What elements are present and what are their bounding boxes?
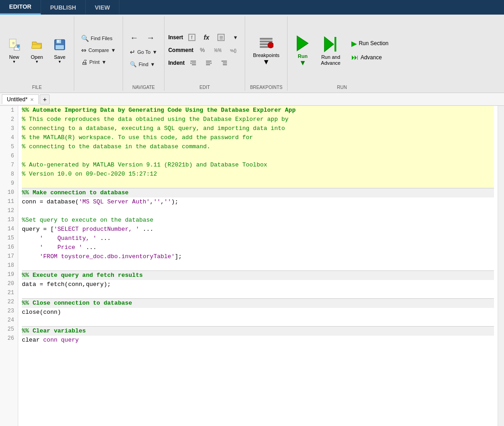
code-line-13: %Set query to execute on the database [22,216,494,225]
save-label: Save [54,54,65,60]
file-actions-content: 🔍 Find Files ⇔ Compare ▼ 🖨 Print ▼ [78,16,119,84]
comment-icon1[interactable]: % [195,45,209,56]
tab-editor[interactable]: EDITOR [0,0,41,15]
print-button[interactable]: 🖨 Print ▼ [78,57,110,68]
svg-text:%%: %% [214,48,221,53]
svg-text:%: % [200,47,205,53]
svg-text:☰: ☰ [219,35,223,40]
indent-icon3[interactable] [217,57,231,68]
run-icon [295,35,310,53]
svg-marker-38 [324,37,334,52]
run-section-label: Run Section [359,40,388,47]
editor-body[interactable]: 1 2 3 4 5 6 7 8 9 10 11 12 13 14 15 16 1… [0,106,504,426]
forward-icon: → [146,33,154,43]
indent-row: Indent [168,57,231,68]
run-label: Run [298,53,308,59]
fx-button[interactable]: fx [201,32,212,43]
code-line-25: %% Clear variables [22,326,494,336]
edit-group-label: EDIT [200,84,210,91]
breakpoints-content: Breakpoints ▼ [249,16,283,84]
toolbar-file-group: New ▼ Open ▼ [0,16,74,91]
open-button[interactable]: Open ▼ [26,35,47,65]
run-and-advance-button[interactable]: Run andAdvance [317,33,345,68]
editor-tab-strip: Untitled* ✕ + [0,93,504,106]
code-line-23: close(conn) [22,308,494,317]
navigate-group-label: NAVIGATE [133,84,155,91]
file-buttons: New ▼ Open ▼ [4,16,70,84]
code-line-18 [22,261,494,270]
code-line-22: %% Close connection to database [22,298,494,308]
code-line-4: % the MATLAB(R) workspace. To use this c… [22,133,494,142]
code-line-14: query = ['SELECT productNumber, ' ... [22,225,494,234]
editor-tab-close[interactable]: ✕ [30,97,34,102]
code-line-17: 'FROM toystore_doc.dbo.inventoryTable']; [22,252,494,261]
back-button[interactable]: ← [127,31,141,45]
run-caret: ▼ [299,59,306,67]
find-button[interactable]: 🔍 Find ▼ [127,59,158,69]
new-icon [8,38,21,54]
editor-scrollbar[interactable] [498,106,504,426]
file-actions-label [98,84,99,91]
indent-icon2[interactable] [202,57,216,68]
insert-dropdown-button[interactable]: ▼ [230,33,241,42]
toolbar-edit-group: Insert f fx ☰ ▼ Comment % %% [165,16,245,91]
code-line-15: ' Quantity, ' ... [22,234,494,243]
indent-label: Indent [168,60,185,66]
code-area[interactable]: %% Automate Importing Data by Generating… [18,106,498,426]
comment-icon2[interactable]: %% [211,45,225,56]
compare-button[interactable]: ⇔ Compare ▼ [78,45,119,56]
new-button[interactable]: New ▼ [4,35,25,65]
tab-publish[interactable]: PUBLISH [41,0,86,15]
code-line-5: % connecting to the database in the data… [22,142,494,151]
find-files-button[interactable]: 🔍 Find Files [78,33,116,44]
comment-row: Comment % %% %{} [168,45,240,56]
run-section-button[interactable]: ▶ Run Section [347,37,392,50]
code-line-3: % connecting to a database, executing a … [22,124,494,133]
compare-caret: ▼ [111,47,116,53]
toolbar-file-actions-group: 🔍 Find Files ⇔ Compare ▼ 🖨 Print ▼ [74,16,123,91]
editor-tab-untitled[interactable]: Untitled* ✕ [2,94,39,104]
print-caret: ▼ [102,59,107,65]
back-icon: ← [130,33,138,43]
run-group-label: RUN [337,84,347,91]
breakpoints-label: Breakpoints [253,52,279,58]
main-tab-bar: EDITOR PUBLISH VIEW [0,0,504,15]
insert-label: Insert [168,34,183,41]
code-line-8: % Version 10.0 on 09-Dec-2020 15:27:12 [22,170,494,179]
toolbar-breakpoints-group: Breakpoints ▼ BREAKPOINTS [245,16,288,91]
goto-button[interactable]: ↵ Go To ▼ [127,47,160,57]
run-and-advance-icon [324,36,338,54]
save-button[interactable]: Save ▼ [49,35,70,65]
open-icon [31,38,43,54]
svg-marker-24 [190,62,192,64]
new-tab-icon: + [43,96,46,103]
run-content: Run ▼ Run andAdvance ▶ Run Secti [291,16,392,84]
editor-tab-name: Untitled* [7,96,27,103]
breakpoints-group-label: BREAKPOINTS [250,84,283,91]
svg-rect-32 [260,38,273,40]
comment-icon3[interactable]: %{} [226,45,240,56]
indent-icon1[interactable] [186,57,200,68]
advance-button[interactable]: ⏭ Advance [347,51,392,64]
toolbar-navigate-group: ← → ↵ Go To ▼ 🔍 Find ▼ NAVIGATE [123,16,165,91]
insert-icon1-button[interactable]: f [185,32,199,43]
fx-icon: fx [204,34,209,41]
svg-rect-12 [57,40,59,42]
new-label: New [9,54,19,60]
breakpoints-button[interactable]: Breakpoints ▼ [249,33,283,68]
svg-marker-37 [297,36,308,51]
edit-content: Insert f fx ☰ ▼ Comment % %% [168,16,241,84]
run-button[interactable]: Run ▼ [291,32,314,68]
breakpoints-icon [259,36,273,52]
open-caret: ▼ [35,60,39,64]
code-line-26: clear conn query [22,336,494,345]
new-tab-button[interactable]: + [40,94,50,104]
advance-icon: ⏭ [351,53,359,62]
nav-arrows: ← → [127,31,158,45]
code-line-21 [22,289,494,298]
save-caret: ▼ [58,60,62,64]
insert-icon2-button[interactable]: ☰ [214,32,228,43]
tab-view[interactable]: VIEW [86,0,119,15]
svg-text:%{}: %{} [230,48,237,53]
forward-button[interactable]: → [143,31,158,45]
